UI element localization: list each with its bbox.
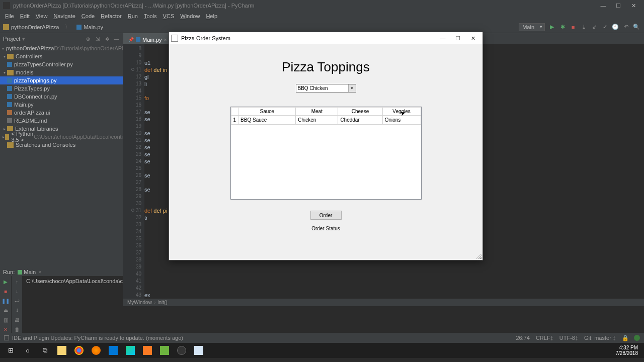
menu-view[interactable]: View [33, 12, 51, 20]
folder-icon [3, 24, 9, 30]
run-configuration-dropdown[interactable]: Main [519, 23, 545, 31]
cortana-button[interactable]: ○ [19, 344, 36, 357]
down-stack-icon[interactable]: ↓ [14, 288, 21, 295]
line-separator[interactable]: CRLF‡ [536, 335, 553, 341]
breadcrumb-file[interactable]: Main.py [73, 24, 106, 30]
dropdown-arrow-icon: ▼ [348, 84, 356, 92]
tree-node[interactable]: pizzaToppings.py [0, 76, 123, 84]
menu-refactor[interactable]: Refactor [98, 12, 125, 20]
popup-titlebar: Pizza Order System — ☐ ✕ [169, 32, 482, 44]
print-icon[interactable]: 🖶 [14, 316, 21, 323]
up-stack-icon[interactable]: ↑ [14, 278, 21, 285]
info-icon[interactable] [4, 335, 9, 340]
menu-vcs[interactable]: VCS [160, 12, 178, 20]
menu-edit[interactable]: Edit [17, 12, 33, 20]
tree-node[interactable]: README.md [0, 117, 123, 125]
xampp-icon[interactable] [139, 344, 156, 357]
project-tree[interactable]: ▾pythonOrderAPizza D:\Tutorials\pythonOr… [0, 44, 123, 149]
tree-node[interactable]: ▾pythonOrderAPizza D:\Tutorials\pythonOr… [0, 44, 123, 52]
chrome-icon[interactable] [70, 344, 88, 357]
minimize-button[interactable]: — [596, 0, 611, 11]
toppings-table[interactable]: Sauce Meat Cheese Veggies 1 BBQ Sauce Ch… [230, 107, 422, 200]
menu-help[interactable]: Help [203, 12, 220, 20]
stop-button[interactable]: ■ [570, 24, 577, 31]
popup-minimize-button[interactable]: — [435, 33, 450, 44]
tree-node[interactable]: ▾Controllers [0, 52, 123, 60]
attach-button[interactable]: ⤓ [580, 24, 587, 31]
hide-icon[interactable]: — [113, 36, 120, 42]
firefox-icon[interactable] [88, 344, 105, 357]
popup-maximize-button[interactable]: ☐ [450, 33, 465, 44]
tree-node[interactable]: ▸< Python 3.5 > C:\Users\choco\AppData\L… [0, 133, 123, 141]
close-button[interactable]: ✕ [626, 0, 641, 11]
app7-icon[interactable] [190, 344, 207, 357]
menu-window[interactable]: Window [177, 12, 203, 20]
pause-icon[interactable]: ❚❚ [2, 297, 9, 304]
tree-node[interactable]: Scratches and Consoles [0, 141, 123, 149]
pizza-type-combobox[interactable]: BBQ Chicken ▼ [296, 84, 356, 93]
tree-node[interactable]: orderAPizza.ui [0, 109, 123, 117]
search-everywhere-button[interactable]: 🔍 [633, 24, 640, 31]
vcs-update-button[interactable]: ↙ [591, 24, 598, 31]
file-encoding[interactable]: UTF-8‡ [559, 335, 578, 341]
table-row[interactable]: 1 BBQ Sauce Chicken Cheddar Onions [231, 116, 421, 125]
status-message[interactable]: IDE and Plugin Updates: PyCharm is ready… [12, 335, 183, 341]
layout-icon[interactable]: ▥ [2, 316, 9, 323]
git-branch[interactable]: Git: master ‡ [584, 335, 616, 341]
tree-node[interactable]: DBConnection.py [0, 93, 123, 101]
run-left-toolbar: ▶ ■ ❚❚ ⏏ ▥ ✕ [0, 276, 11, 333]
pycharm-icon[interactable] [122, 344, 139, 357]
resize-grip-icon[interactable] [476, 254, 481, 259]
soft-wrap-icon[interactable]: ⮐ [14, 297, 21, 304]
status-bar: IDE and Plugin Updates: PyCharm is ready… [0, 333, 644, 343]
tree-node[interactable]: PizzaTypes.py [0, 84, 123, 93]
file-explorer-icon[interactable] [53, 344, 70, 357]
vcs-history-button[interactable]: 🕘 [612, 24, 619, 31]
vcs-commit-button[interactable]: ✓ [601, 24, 608, 31]
tree-node[interactable]: Main.py [0, 101, 123, 109]
tree-node[interactable]: ▾models [0, 68, 123, 76]
close-run-icon[interactable]: ✕ [2, 326, 9, 333]
settings-icon[interactable]: ✲ [104, 36, 110, 42]
status-indicator-icon [634, 335, 640, 341]
run-left-toolbar2: ↑ ↓ ⮐ ⤓ 🖶 🗑 [11, 276, 22, 333]
rerun-icon[interactable]: ▶ [2, 278, 9, 285]
popup-heading: Pizza Toppings [169, 59, 482, 75]
exit-icon[interactable]: ⏏ [2, 307, 9, 314]
collapse-all-icon[interactable]: ⇲ [94, 36, 101, 42]
order-status-label: Order Status [169, 226, 482, 231]
vscode-icon[interactable] [105, 344, 122, 357]
windows-taskbar: ⊞ ○ ⧉ 4:32 PM 7/28/2018 [0, 343, 644, 358]
menu-file[interactable]: File [2, 12, 17, 20]
popup-close-button[interactable]: ✕ [465, 33, 480, 44]
editor-tab[interactable]: 📌Main.py × [123, 33, 173, 44]
maximize-button[interactable]: ☐ [611, 0, 626, 11]
app6-icon[interactable] [173, 344, 190, 357]
menu-code[interactable]: Code [78, 12, 98, 20]
cursor-position[interactable]: 26:74 [516, 335, 530, 341]
breadcrumb-project[interactable]: pythonOrderAPizza [0, 24, 62, 30]
run-button[interactable]: ▶ [548, 24, 555, 31]
popup-title: Pizza Order System [181, 35, 230, 41]
order-button[interactable]: Order [310, 211, 342, 220]
app-icon [3, 2, 10, 9]
structure-breadcrumb: MyWindow›init() [123, 299, 644, 306]
editor-gutter: 8910111213141516171819202122232425262728… [123, 44, 144, 299]
stop-run-icon[interactable]: ■ [2, 288, 9, 295]
run-tab[interactable]: Main [24, 269, 36, 275]
vcs-revert-button[interactable]: ↶ [622, 24, 629, 31]
scroll-end-icon[interactable]: ⤓ [14, 307, 21, 314]
task-view-button[interactable]: ⧉ [36, 344, 53, 357]
menu-navigate[interactable]: Navigate [50, 12, 78, 20]
start-button[interactable]: ⊞ [2, 344, 19, 357]
tree-node[interactable]: pizzaTypesController.py [0, 60, 123, 68]
menu-tools[interactable]: Tools [141, 12, 160, 20]
debug-button[interactable]: ✱ [559, 24, 566, 31]
clear-icon[interactable]: 🗑 [14, 326, 21, 333]
app5-icon[interactable] [156, 344, 173, 357]
system-tray[interactable]: 4:32 PM 7/28/2018 [612, 345, 642, 356]
scroll-from-source-icon[interactable]: ⊕ [85, 36, 91, 42]
table-header-row: Sauce Meat Cheese Veggies [231, 108, 421, 116]
readonly-lock-icon[interactable]: 🔒 [622, 335, 629, 341]
menu-run[interactable]: Run [125, 12, 141, 20]
